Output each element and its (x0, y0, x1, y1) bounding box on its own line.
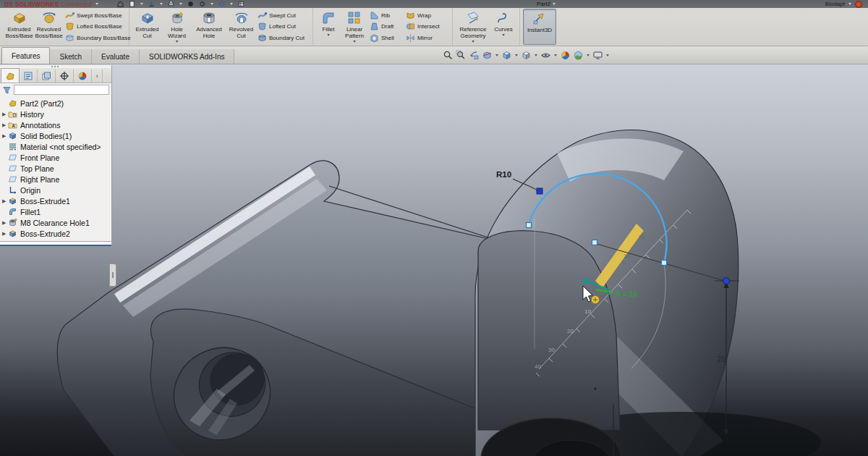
dimension-drag-handle[interactable] (723, 278, 730, 284)
tab-evaluate[interactable]: Evaluate (92, 49, 140, 64)
tab-features[interactable]: Features (1, 47, 50, 64)
dropdown-caret[interactable] (210, 3, 213, 5)
rib-button[interactable]: Rib (370, 11, 403, 21)
zoom-to-fit-icon[interactable] (443, 50, 454, 61)
tab-property-manager[interactable] (20, 69, 38, 83)
curves-button[interactable]: Curves (490, 9, 516, 45)
advanced-hole-button[interactable]: Advanced Hole (192, 9, 226, 45)
tree-item-m8-clearance-hole1[interactable]: ▶ M8 Clearance Hole1 (0, 217, 111, 228)
zoom-to-area-icon[interactable] (456, 50, 467, 61)
boundary-cut-button[interactable]: Boundary Cut (258, 33, 308, 43)
tab-dimxpert-manager[interactable] (56, 69, 74, 83)
solidworks-window: DS SOLIDWORKS Connected Part2 Biodapt (0, 0, 868, 456)
brand-caret-icon[interactable] (95, 3, 98, 5)
view-orientation-icon[interactable] (501, 50, 512, 61)
expand-arrow-icon[interactable]: ▶ (2, 119, 8, 130)
previous-view-icon[interactable] (469, 50, 480, 61)
graphics-area[interactable]: 10 20 10 20 30 40 R10 (0, 64, 868, 456)
tree-item-history[interactable]: ▶ History (0, 109, 111, 119)
lofted-cut-button[interactable]: Lofted Cut (258, 22, 308, 32)
dropdown-caret[interactable] (230, 3, 233, 5)
expand-arrow-icon[interactable]: ▶ (2, 109, 8, 119)
tab-feature-manager-tree[interactable] (1, 68, 20, 83)
revolved-cut-button[interactable]: Revolved Cut (226, 9, 256, 45)
hide-show-items-icon[interactable] (540, 50, 551, 61)
wrap-button[interactable]: Wrap (406, 11, 448, 21)
panel-splitter[interactable] (0, 241, 111, 246)
arc-endpoint-handle[interactable] (662, 261, 667, 266)
dropdown-caret[interactable] (140, 3, 143, 5)
extruded-boss-base-button[interactable]: Extruded Boss/Base (4, 9, 34, 45)
view-settings-icon[interactable] (592, 50, 603, 61)
tab-configuration-manager[interactable] (38, 69, 56, 83)
tree-filter-input[interactable] (14, 85, 109, 95)
expand-arrow-icon[interactable]: ▶ (2, 130, 8, 141)
tree-item-right-plane[interactable]: ▶ Right Plane (0, 174, 111, 185)
panel-tab-overflow[interactable]: › (92, 69, 103, 83)
file-properties-icon[interactable] (238, 1, 244, 7)
swept-cut-button[interactable]: Swept Cut (258, 11, 308, 21)
ribbon-stack: Swept Cut Lofted Cut Boundary Cut (256, 9, 310, 45)
intersect-button[interactable]: Intersect (406, 22, 448, 32)
dropdown-caret[interactable] (495, 54, 498, 56)
section-view-icon[interactable] (482, 50, 493, 61)
arc-center-handle[interactable] (592, 240, 597, 245)
options-gear-icon[interactable] (199, 1, 205, 7)
tree-item-solid-bodies[interactable]: ▶ Solid Bodies(1) (0, 130, 111, 141)
arc-endpoint-handle[interactable] (527, 223, 532, 228)
extruded-cut-button[interactable]: Extruded Cut (132, 9, 162, 45)
tree-item-boss-extrude1[interactable]: ▶ Boss-Extrude1 (0, 195, 111, 206)
boundary-boss-base-button[interactable]: Boundary Boss/Base (65, 33, 124, 43)
draft-button[interactable]: Draft (370, 22, 403, 32)
dropdown-caret[interactable] (160, 3, 163, 5)
apply-scene-icon[interactable] (573, 50, 584, 61)
tree-item-boss-extrude2[interactable]: ▶ Boss-Extrude2 (0, 228, 111, 239)
display-style-icon[interactable] (521, 50, 532, 61)
dropdown-caret[interactable] (606, 54, 609, 56)
tree-item-material[interactable]: ▶ Material <not specified> (0, 141, 111, 152)
tree-item-annotations[interactable]: ▶ Annotations (0, 119, 111, 130)
instant3d-button[interactable]: Instant3D (523, 9, 556, 45)
mirror-button[interactable]: Mirror (406, 33, 448, 43)
account-avatar[interactable] (855, 1, 862, 8)
new-document-icon[interactable] (129, 1, 135, 7)
tree-root-part[interactable]: ▶ Part2 (Part2) (0, 98, 111, 109)
tree-item-front-plane[interactable]: ▶ Front Plane (0, 152, 111, 163)
swept-boss-base-button[interactable]: Swept Boss/Base (65, 11, 124, 21)
feature-manager-panel: › ▶ Part2 (Part2) ▶ History ▶ (0, 65, 112, 246)
expand-arrow-icon[interactable]: ▶ (2, 217, 8, 228)
publish-icon[interactable] (168, 1, 174, 7)
selected-sketch-point[interactable] (537, 188, 542, 194)
origin-point (595, 388, 597, 390)
tree-item-origin[interactable]: ▶ Origin (0, 185, 111, 195)
tab-display-manager[interactable] (74, 69, 92, 83)
dropdown-caret[interactable] (587, 54, 590, 56)
reference-geometry-button[interactable]: Reference Geometry (456, 9, 490, 45)
panel-collapse-handle[interactable] (109, 263, 116, 287)
rebuild-icon[interactable] (218, 1, 225, 7)
edit-appearance-icon[interactable] (560, 50, 571, 61)
expand-arrow-icon[interactable]: ▶ (2, 195, 8, 206)
account-menu[interactable]: Biodapt (825, 0, 862, 8)
annotations-folder-icon (8, 120, 17, 130)
dropdown-caret[interactable] (554, 54, 557, 56)
tab-solidworks-add-ins[interactable]: SOLIDWORKS Add-Ins (140, 49, 234, 64)
dropdown-caret[interactable] (535, 54, 537, 56)
hole-wizard-button[interactable]: Hole Wizard (162, 9, 192, 45)
save-icon[interactable] (148, 1, 155, 7)
dropdown-caret[interactable] (179, 3, 182, 5)
linear-pattern-button[interactable]: Linear Pattern (341, 9, 368, 45)
expand-arrow-icon[interactable]: ▶ (2, 228, 8, 239)
tree-item-fillet1[interactable]: ▶ Fillet1 (0, 206, 111, 217)
tab-sketch[interactable]: Sketch (50, 49, 92, 64)
lofted-boss-base-button[interactable]: Lofted Boss/Base (65, 22, 124, 32)
revolved-boss-base-button[interactable]: Revolved Boss/Base (34, 9, 64, 45)
dropdown-caret[interactable] (515, 54, 518, 56)
document-title[interactable]: Part2 (537, 0, 556, 8)
lofted-boss-base-icon (65, 22, 75, 31)
fillet-button[interactable]: Fillet (316, 9, 341, 45)
undo-icon[interactable] (187, 1, 194, 7)
shell-button[interactable]: Shell (370, 33, 403, 43)
tree-item-top-plane[interactable]: ▶ Top Plane (0, 163, 111, 174)
home-icon[interactable] (117, 1, 124, 7)
